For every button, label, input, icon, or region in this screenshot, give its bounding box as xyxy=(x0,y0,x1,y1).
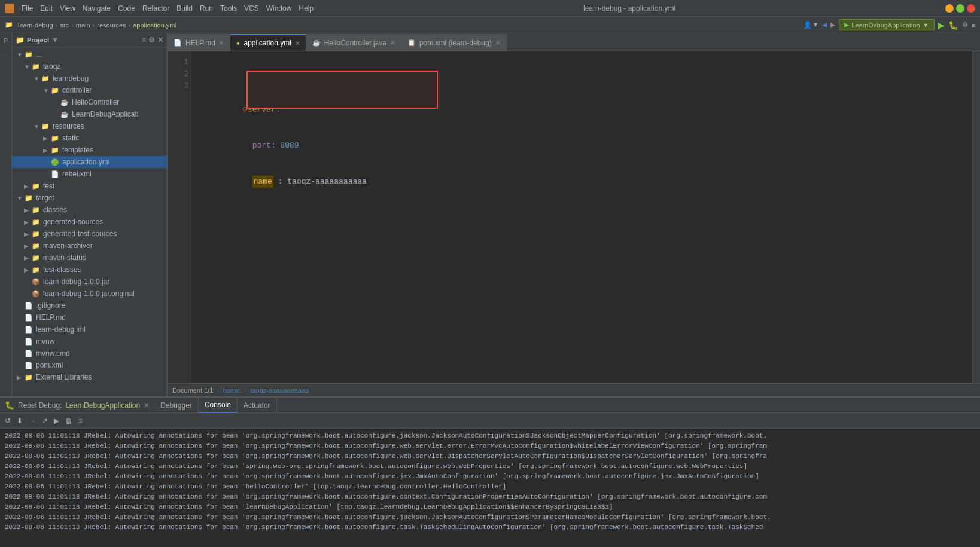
sidebar-close-icon[interactable]: ✕ xyxy=(157,36,163,44)
debug-step-out-btn[interactable]: ↗ xyxy=(39,415,50,426)
tree-item-application-yml[interactable]: 🟢 application.yml xyxy=(12,156,167,168)
xml-icon: 📄 xyxy=(24,360,34,370)
tree-item[interactable]: ▶ 📁 classes xyxy=(12,204,167,216)
code-content[interactable]: ⊙server: port : 8089 name : xyxy=(191,51,972,383)
debug-tab-actuator[interactable]: Actuator xyxy=(238,398,277,413)
tab-close[interactable]: ✕ xyxy=(390,39,395,46)
tree-item[interactable]: 📦 learn-debug-1.0.0.jar.original xyxy=(12,288,167,300)
menu-bar[interactable]: File Edit View Navigate Code Refactor Bu… xyxy=(22,4,314,13)
folder-icon: 📁 xyxy=(41,74,50,83)
tree-item[interactable]: ▼ 📁 resources xyxy=(12,120,167,132)
content-row: P | 📁 Project ▼ ≡ ⚙ ✕ xyxy=(0,33,980,396)
tab-close[interactable]: ✕ xyxy=(295,40,300,47)
back-icon[interactable]: ◀ xyxy=(822,21,827,29)
tree-item-templates[interactable]: ▶ 📁 templates xyxy=(12,144,167,156)
debug-stop-btn[interactable]: ⬇ xyxy=(14,415,25,426)
tree-item[interactable]: 📄 learn-debug.iml xyxy=(12,323,167,335)
tree-item[interactable]: ▼ 📁 ... xyxy=(12,48,167,60)
tab-close[interactable]: ✕ xyxy=(219,39,224,46)
debug-button[interactable]: 🐛 xyxy=(948,20,958,30)
more-icon[interactable]: ≡ xyxy=(972,22,975,29)
activity-structure[interactable]: | xyxy=(1,50,11,60)
tab-close[interactable]: ✕ xyxy=(495,39,500,46)
status-sep2: › xyxy=(245,387,247,394)
tab-application-yml[interactable]: ● application.yml ✕ xyxy=(230,34,306,51)
folder-icon: 📁 xyxy=(31,217,41,227)
tree-item-external-libraries[interactable]: ▶ 📁 External Libraries xyxy=(12,371,167,383)
debug-app-close[interactable]: ✕ xyxy=(144,401,150,410)
tree-item[interactable]: ▼ 📁 controller xyxy=(12,84,167,96)
tree-item[interactable]: 📦 learn-debug-1.0.0.jar xyxy=(12,276,167,288)
tree-item[interactable]: ▶ 📁 maven-archiver xyxy=(12,240,167,252)
tree-item[interactable]: ▶ 📁 maven-status xyxy=(12,252,167,264)
yml-icon: 🟢 xyxy=(50,157,60,167)
sidebar-settings-icon[interactable]: ⚙ xyxy=(148,36,155,44)
breadcrumb-file[interactable]: application.yml xyxy=(133,22,176,29)
menu-refactor[interactable]: Refactor xyxy=(142,4,169,13)
forward-icon[interactable]: ▶ xyxy=(830,21,835,29)
debug-filter-btn[interactable]: ≡ xyxy=(76,415,85,426)
profile-icon[interactable]: 👤▼ xyxy=(804,21,818,29)
tree-item[interactable]: 📄 HELP.md xyxy=(12,311,167,323)
code-editor[interactable]: 1 2 3 ⊙server: port : 808 xyxy=(168,51,980,383)
menu-run[interactable]: Run xyxy=(200,4,213,13)
tab-help-md[interactable]: 📄 HELP.md ✕ xyxy=(168,34,230,51)
breadcrumb-project[interactable]: learn-debug xyxy=(18,22,53,29)
sidebar-dropdown-icon[interactable]: ▼ xyxy=(51,36,59,44)
debug-clear-btn[interactable]: 🗑 xyxy=(63,415,75,426)
breadcrumb-main[interactable]: main xyxy=(76,22,90,29)
minimize-button[interactable] xyxy=(945,4,954,13)
tree-item[interactable]: 📄 rebel.xml xyxy=(12,168,167,180)
menu-view[interactable]: View xyxy=(60,4,75,13)
line-num: 2 xyxy=(170,68,188,80)
tab-hello-controller[interactable]: ☕ HelloController.java ✕ xyxy=(306,34,401,51)
menu-help[interactable]: Help xyxy=(299,4,314,13)
activity-project[interactable]: P xyxy=(1,36,11,45)
menu-code[interactable]: Code xyxy=(118,4,135,13)
tree-item[interactable]: ▼ 📁 learndebug xyxy=(12,72,167,84)
menu-edit[interactable]: Edit xyxy=(40,4,53,13)
breadcrumb-src[interactable]: src xyxy=(60,22,69,29)
settings-icon[interactable]: ⚙ xyxy=(962,21,968,29)
log-line: 2022-08-06 11:01:13 JRebel: Autowiring a… xyxy=(5,431,975,441)
code-port-val: 8089 xyxy=(280,140,299,152)
tree-item[interactable]: ▶ 📁 static xyxy=(12,132,167,144)
tree-item[interactable]: ▶ 📁 generated-test-sources xyxy=(12,228,167,240)
tree-item[interactable]: ☕ HelloController xyxy=(12,96,167,108)
tree-item[interactable]: ▼ 📁 taoqz xyxy=(12,60,167,72)
breadcrumb-resources[interactable]: resources xyxy=(97,22,126,29)
menu-vcs[interactable]: VCS xyxy=(244,4,259,13)
tree-item[interactable]: ▶ 📁 test-classes xyxy=(12,264,167,276)
debug-restart-btn[interactable]: ↺ xyxy=(2,415,13,426)
debug-tab-debugger[interactable]: Debugger xyxy=(154,398,199,413)
close-button[interactable] xyxy=(967,4,975,13)
tree-item[interactable]: ▶ 📁 generated-sources xyxy=(12,216,167,228)
debug-tab-console[interactable]: Console xyxy=(199,398,238,413)
menu-build[interactable]: Build xyxy=(176,4,193,13)
window-controls[interactable] xyxy=(945,4,975,13)
debug-app-name[interactable]: LearnDebugApplication xyxy=(65,401,140,410)
tab-label: application.yml xyxy=(244,39,291,47)
arrow-icon: ▶ xyxy=(24,207,31,213)
tab-pom-xml[interactable]: 📋 pom.xml (learn-debug) ✕ xyxy=(401,34,507,51)
menu-tools[interactable]: Tools xyxy=(220,4,237,13)
tree-item[interactable]: ▶ 📁 test xyxy=(12,180,167,192)
sidebar-collapse-icon[interactable]: ≡ xyxy=(142,36,146,44)
run-button[interactable]: ▶ xyxy=(938,20,945,30)
maximize-button[interactable] xyxy=(956,4,964,13)
tree-item[interactable]: 📄 .gitignore xyxy=(12,300,167,311)
run-config-dropdown[interactable]: ▶ LearnDebugApplication ▼ xyxy=(839,19,934,30)
menu-window[interactable]: Window xyxy=(266,4,292,13)
tree-item[interactable]: ☕ LearnDebugApplicati xyxy=(12,108,167,120)
menu-navigate[interactable]: Navigate xyxy=(83,4,111,13)
debug-resume-btn[interactable]: ▶ xyxy=(51,415,62,426)
menu-file[interactable]: File xyxy=(22,4,33,13)
debug-step-btn[interactable]: → xyxy=(26,415,38,426)
tree-item[interactable]: 📄 mvnw.cmd xyxy=(12,347,167,359)
tree-item[interactable]: 📄 pom.xml xyxy=(12,359,167,371)
xml-icon: 📄 xyxy=(50,169,60,179)
log-line: 2022-08-06 11:01:13 JRebel: Autowiring a… xyxy=(5,451,975,462)
tree-item[interactable]: 📄 mvnw xyxy=(12,335,167,347)
tree-item[interactable]: ▼ 📁 target xyxy=(12,192,167,204)
arrow-icon: ▼ xyxy=(17,51,24,58)
